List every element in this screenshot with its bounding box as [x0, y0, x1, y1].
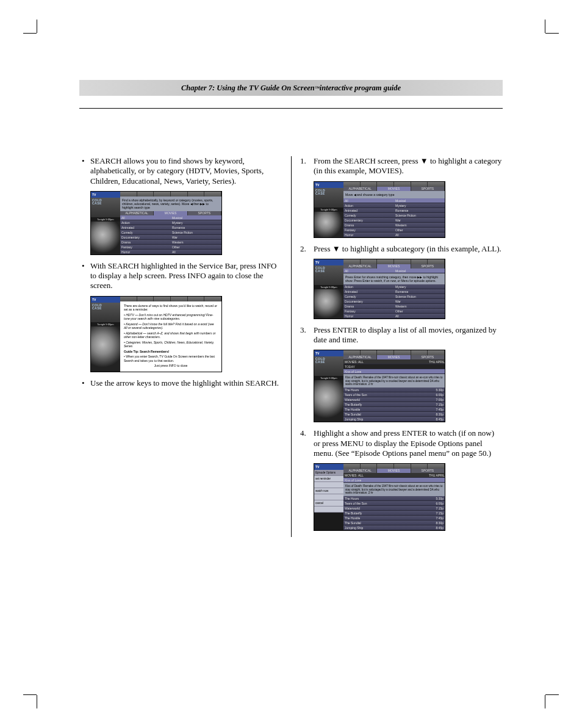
- screenshot-highlight-category: TV COLDCASE Tonight 9:00pm ALPHABETICAL …: [314, 181, 445, 238]
- crop-mark-bottom-left: [26, 688, 44, 706]
- crop-mark-bottom-right: [538, 688, 556, 706]
- right-column: From the SEARCH screen, press ▼ to highl…: [291, 156, 503, 537]
- tip-text: Find a show alphabetically, by keyword o…: [120, 196, 221, 211]
- chapter-title-suffix: interactive program guide: [320, 84, 401, 93]
- screenshot-highlight-subcategory: TV COLDCASE Tonight 9:00pm ALPHABETICAL …: [314, 259, 445, 319]
- down-arrow-icon: ▼: [332, 244, 340, 253]
- bullet-search-info: With SEARCH highlighted in the Service B…: [79, 261, 282, 291]
- chapter-title-prefix: Chapter 7: Using the TV Guide On Screen: [181, 84, 315, 93]
- tv-logo: TV: [91, 192, 120, 198]
- step-2: Press ▼ to highlight a subcategory (in t…: [300, 244, 503, 254]
- trademark-symbol: ™: [315, 85, 320, 91]
- down-arrow-icon: ▼: [420, 156, 428, 165]
- screenshot-search-help: TV COLDCASE Tonight 9:00pm There are doz…: [90, 296, 222, 372]
- screenshot-movie-list: TV COLDCASE Tonight 9:00pm ALPHABETICAL …: [314, 350, 445, 422]
- crop-mark-top-left: [26, 22, 44, 40]
- bullet-arrow-keys: Use the arrow keys to move the highlight…: [79, 378, 282, 388]
- step-3: Press ENTER to display a list of all mov…: [300, 325, 503, 345]
- screenshot-episode-options: TV Episode Optionsset reminderwatch nowc…: [314, 463, 445, 531]
- screenshot-search-categories: TV COLDCASE Tonight 9:00pm Find a show a…: [90, 191, 222, 255]
- step-4: Highlight a show and press ENTER to watc…: [300, 428, 503, 458]
- help-overlay: There are dozens of ways to find shows y…: [120, 301, 221, 372]
- header-rule: [79, 108, 503, 109]
- crop-mark-top-right: [538, 22, 556, 40]
- left-column: SEARCH allows you to find shows by keywo…: [79, 156, 291, 537]
- bullet-search-overview: SEARCH allows you to find shows by keywo…: [79, 156, 282, 186]
- step-1: From the SEARCH screen, press ▼ to highl…: [300, 156, 503, 176]
- chapter-header: Chapter 7: Using the TV Guide On Screen™…: [79, 80, 503, 96]
